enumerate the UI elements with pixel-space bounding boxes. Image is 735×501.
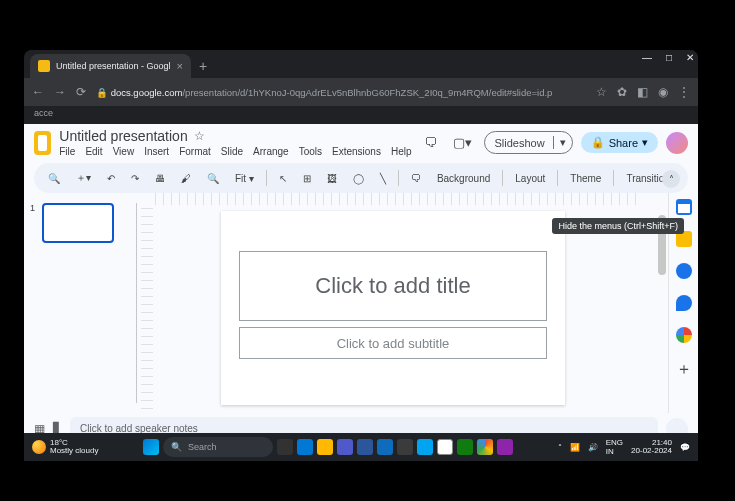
store-icon[interactable] (417, 439, 433, 455)
app-icon-1[interactable] (437, 439, 453, 455)
taskbar-search[interactable]: 🔍 Search (163, 437, 273, 457)
copilot-icon[interactable] (297, 439, 313, 455)
theme-button[interactable]: Theme (566, 171, 605, 186)
reload-icon[interactable]: ⟳ (76, 85, 86, 99)
app-icon-2[interactable] (457, 439, 473, 455)
word-icon[interactable] (357, 439, 373, 455)
image-tool-icon[interactable]: 🖼 (323, 171, 341, 186)
window-close-icon[interactable]: ✕ (686, 52, 694, 63)
menu-insert[interactable]: Insert (144, 146, 169, 157)
close-tab-icon[interactable]: × (177, 60, 183, 72)
extensions-icon[interactable]: ✿ (617, 85, 627, 99)
chevron-down-icon[interactable]: ▾ (553, 136, 572, 149)
taskbar-weather[interactable]: 18°CMostly cloudy (32, 439, 98, 455)
background-button[interactable]: Background (433, 171, 494, 186)
subtitle-placeholder[interactable]: Click to add subtitle (239, 327, 547, 359)
menu-file[interactable]: File (59, 146, 75, 157)
comment-history-icon[interactable]: 🗨 (420, 131, 441, 154)
bookmark-star-icon[interactable]: ☆ (596, 85, 607, 99)
address-bar[interactable]: 🔒 docs.google.com/presentation/d/1hYKnoJ… (96, 87, 586, 98)
ruler-horizontal (155, 193, 640, 205)
calendar-icon[interactable] (676, 199, 692, 215)
comment-tool-icon[interactable]: 🗨 (407, 171, 425, 186)
app-icon-3[interactable] (497, 439, 513, 455)
menu-extensions[interactable]: Extensions (332, 146, 381, 157)
redo-icon[interactable]: ↷ (127, 171, 143, 186)
tasks-icon[interactable] (676, 263, 692, 279)
profile-icon[interactable]: ◉ (658, 85, 668, 99)
meet-icon[interactable]: ▢▾ (449, 131, 476, 154)
slides-logo-icon[interactable] (34, 131, 51, 155)
hide-menus-button[interactable]: ˄ (662, 170, 680, 188)
canvas-scrollbar[interactable] (658, 205, 666, 409)
tray-volume-icon[interactable]: 🔊 (588, 443, 598, 452)
share-button[interactable]: 🔒 Share ▾ (581, 132, 658, 153)
back-icon[interactable]: ← (32, 85, 44, 99)
menu-help[interactable]: Help (391, 146, 412, 157)
forward-icon[interactable]: → (54, 85, 66, 99)
hide-menus-tooltip: Hide the menus (Ctrl+Shift+F) (552, 218, 684, 234)
layout-button[interactable]: Layout (511, 171, 549, 186)
account-avatar[interactable] (666, 132, 688, 154)
paint-format-icon[interactable]: 🖌 (177, 171, 195, 186)
filmstrip: 1 (24, 193, 136, 413)
zoom-level[interactable]: Fit ▾ (231, 171, 258, 186)
chrome-menu-icon[interactable]: ⋮ (678, 85, 690, 99)
select-tool-icon[interactable]: ↖ (275, 171, 291, 186)
tab-title: Untitled presentation - Googl (56, 61, 171, 71)
menu-view[interactable]: View (113, 146, 135, 157)
menu-tools[interactable]: Tools (299, 146, 322, 157)
document-title[interactable]: Untitled presentation (59, 128, 187, 144)
new-tab-button[interactable]: + (191, 58, 215, 78)
tray-chevron-icon[interactable]: ˄ (558, 443, 562, 452)
textbox-tool-icon[interactable]: ⊞ (299, 171, 315, 186)
browser-tab-active[interactable]: Untitled presentation - Googl × (30, 54, 191, 78)
slideshow-button[interactable]: Slideshow▾ (484, 131, 573, 154)
menu-bar: File Edit View Insert Format Slide Arran… (59, 146, 411, 157)
explorer-icon[interactable] (317, 439, 333, 455)
tray-notifications-icon[interactable]: 💬 (680, 443, 690, 452)
toolbar: 🔍 ＋▾ ↶ ↷ 🖶 🖌 🔍 Fit ▾ ↖ ⊞ 🖼 ◯ ╲ 🗨 Backgro… (34, 163, 688, 193)
windows-taskbar: 18°CMostly cloudy 🔍 Search ˄ 📶 🔊 ENGIN 2… (24, 433, 698, 461)
menu-arrange[interactable]: Arrange (253, 146, 289, 157)
slide-thumbnail-1[interactable] (42, 203, 114, 243)
slide-number: 1 (30, 203, 38, 243)
bookmarks-bar[interactable]: acce (24, 106, 698, 124)
zoom-icon[interactable]: 🔍 (203, 171, 223, 186)
slide-canvas[interactable]: Click to add title Click to add subtitle (221, 211, 565, 405)
task-view-icon[interactable] (277, 439, 293, 455)
slides-favicon (38, 60, 50, 72)
edge-icon[interactable] (377, 439, 393, 455)
undo-icon[interactable]: ↶ (103, 171, 119, 186)
shape-tool-icon[interactable]: ◯ (349, 171, 368, 186)
window-minimize-icon[interactable]: ― (642, 52, 652, 63)
print-icon[interactable]: 🖶 (151, 171, 169, 186)
search-menus-icon[interactable]: 🔍 (44, 171, 64, 186)
tray-language[interactable]: ENGIN (606, 438, 623, 456)
maps-icon[interactable] (676, 327, 692, 343)
title-placeholder[interactable]: Click to add title (239, 251, 547, 321)
add-addon-icon[interactable]: ＋ (676, 359, 692, 380)
tray-network-icon[interactable]: 📶 (570, 443, 580, 452)
weather-icon (32, 440, 46, 454)
start-icon[interactable] (143, 439, 159, 455)
ruler-vertical (141, 205, 153, 409)
menu-slide[interactable]: Slide (221, 146, 243, 157)
line-tool-icon[interactable]: ╲ (376, 171, 390, 186)
panels-icon[interactable]: ◧ (637, 85, 648, 99)
menu-format[interactable]: Format (179, 146, 211, 157)
star-icon[interactable]: ☆ (194, 129, 205, 143)
terminal-icon[interactable] (397, 439, 413, 455)
new-slide-icon[interactable]: ＋▾ (72, 169, 95, 187)
tray-clock[interactable]: 21:4020-02-2024 (631, 439, 672, 455)
window-maximize-icon[interactable]: □ (666, 52, 672, 63)
chrome-icon[interactable] (477, 439, 493, 455)
menu-edit[interactable]: Edit (85, 146, 102, 157)
contacts-icon[interactable] (676, 295, 692, 311)
teams-icon[interactable] (337, 439, 353, 455)
